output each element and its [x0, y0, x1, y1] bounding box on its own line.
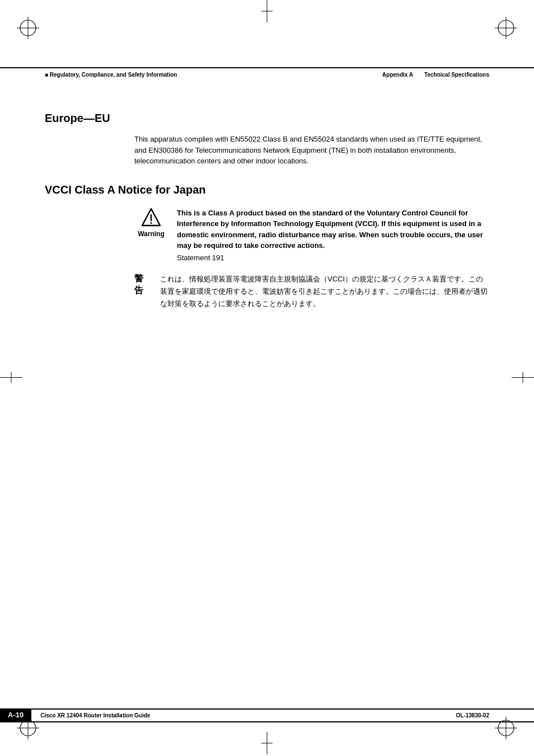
warning-triangle-icon — [141, 208, 161, 228]
japanese-label: 警告 — [134, 273, 151, 297]
center-top-mark — [261, 0, 273, 24]
footer-doc-id: OL-13830-02 — [447, 708, 534, 721]
center-bottom-mark — [261, 732, 273, 756]
warning-block: Warning This is a Class A product based … — [134, 208, 489, 262]
page-header: ■ Regulatory, Compliance, and Safety Inf… — [0, 67, 534, 81]
footer-page-number: A-10 — [0, 708, 31, 721]
header-appendix: Appendix A — [382, 72, 413, 78]
europe-eu-section: Europe—EU This apparatus complies with E… — [45, 112, 489, 167]
main-content: Europe—EU This apparatus complies with E… — [45, 90, 489, 689]
corner-mark-tr — [495, 17, 517, 39]
svg-point-22 — [151, 222, 152, 224]
warning-statement: Statement 191 — [177, 253, 489, 262]
warning-bold-text: This is a Class A product based on the s… — [177, 208, 489, 251]
footer-doc-title: Cisco XR 12404 Router Installation Guide — [31, 708, 447, 721]
center-left-mark — [0, 372, 22, 384]
page: ■ Regulatory, Compliance, and Safety Inf… — [0, 0, 534, 756]
vcci-section: VCCI Class A Notice for Japan Warning Th… — [45, 184, 489, 310]
header-title: Technical Specifications — [424, 72, 489, 78]
warning-content: This is a Class A product based on the s… — [177, 208, 489, 262]
warning-label: Warning — [134, 208, 168, 238]
warning-text-label: Warning — [138, 230, 165, 238]
header-right: Appendix A Technical Specifications — [371, 67, 534, 81]
japanese-text: これは、情報処理装置等電波障害自主規制協議会（VCCI）の規定に基づくクラスＡ装… — [160, 273, 489, 310]
center-right-mark — [512, 372, 534, 384]
header-left: ■ Regulatory, Compliance, and Safety Inf… — [0, 67, 371, 81]
footer-top: A-10 Cisco XR 12404 Router Installation … — [0, 708, 534, 722]
vcci-heading: VCCI Class A Notice for Japan — [45, 184, 489, 196]
europe-eu-heading: Europe—EU — [45, 112, 489, 125]
header-breadcrumb: ■ Regulatory, Compliance, and Safety Inf… — [45, 72, 177, 78]
page-footer: A-10 Cisco XR 12404 Router Installation … — [0, 708, 534, 722]
europe-eu-content: This apparatus complies with EN55022 Cla… — [134, 134, 489, 167]
corner-mark-tl — [17, 17, 39, 39]
japanese-block: 警告 これは、情報処理装置等電波障害自主規制協議会（VCCI）の規定に基づくクラ… — [134, 273, 489, 310]
